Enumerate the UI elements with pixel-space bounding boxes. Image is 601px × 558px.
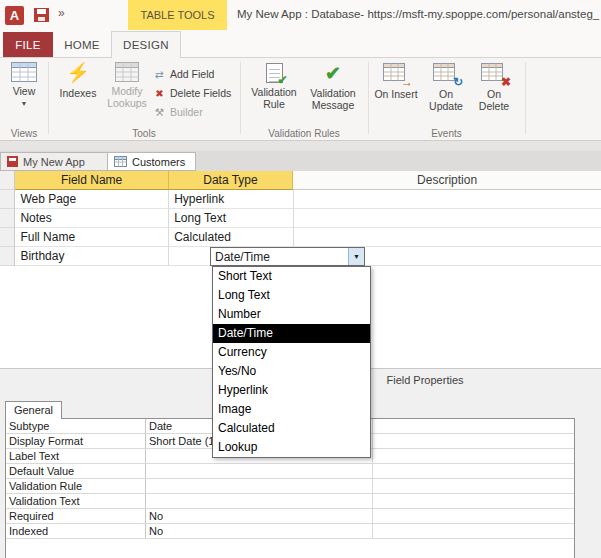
dropdown-item-short-text[interactable]: Short Text: [213, 267, 370, 286]
data-type-dropdown-list: Short Text Long Text Number Date/Time Cu…: [212, 266, 371, 458]
combobox-dropdown-button[interactable]: ▼: [348, 248, 364, 265]
modify-lookups-button[interactable]: Modify Lookups: [102, 62, 152, 128]
property-row-tail: [373, 509, 574, 523]
view-button-label: View: [13, 85, 36, 97]
on-update-button[interactable]: ↻ On Update: [422, 63, 470, 129]
on-insert-icon: →: [383, 63, 409, 85]
column-header-description: Description: [293, 171, 601, 190]
field-row: Web Page Hyperlink: [0, 190, 601, 209]
property-value[interactable]: No: [146, 509, 373, 523]
validation-message-label: Validation Message: [304, 87, 362, 111]
dropdown-item-yes-no[interactable]: Yes/No: [213, 362, 370, 381]
property-row-tail: [373, 419, 574, 433]
description-cell[interactable]: [294, 190, 601, 209]
tab-design[interactable]: DESIGN: [111, 31, 181, 58]
validation-rule-icon: ✔: [266, 63, 283, 83]
tab-file[interactable]: FILE: [3, 32, 53, 57]
property-name: Validation Text: [6, 494, 146, 508]
views-group-label: Views: [0, 128, 48, 139]
dropdown-item-lookup[interactable]: Lookup: [213, 438, 370, 457]
row-selector[interactable]: [0, 209, 15, 228]
indexes-button[interactable]: ⚡ Indexes: [56, 62, 100, 128]
dropdown-item-calculated[interactable]: Calculated: [213, 419, 370, 438]
validation-message-button[interactable]: ✔ Validation Message: [304, 63, 362, 129]
property-name: Label Text: [6, 449, 146, 463]
property-name: Indexed: [6, 524, 146, 538]
doc-tab-label: Customers: [132, 156, 185, 168]
dropdown-arrow-icon: ▼: [353, 253, 360, 260]
doc-tab-my-new-app[interactable]: My New App: [0, 152, 108, 171]
insert-arrow-icon: →: [401, 76, 413, 88]
property-value[interactable]: No: [146, 524, 373, 538]
property-row-tail: [373, 494, 574, 508]
on-delete-label: On Delete: [472, 88, 516, 112]
indexes-label: Indexes: [60, 87, 97, 99]
column-header-field-name: Field Name: [15, 171, 168, 190]
modify-lookups-icon: [115, 62, 139, 82]
dropdown-item-long-text[interactable]: Long Text: [213, 286, 370, 305]
on-delete-button[interactable]: ✖ On Delete: [472, 63, 516, 129]
ribbon-group-validation: ✔ Validation Rule ✔ Validation Message V…: [240, 58, 368, 140]
add-field-icon: ⇄: [152, 68, 167, 80]
events-group-label: Events: [368, 128, 525, 139]
description-cell[interactable]: [294, 228, 601, 247]
row-selector-corner[interactable]: [0, 171, 15, 190]
property-value[interactable]: [146, 464, 373, 478]
access-window: A » TABLE TOOLS My New App : Database- h…: [0, 0, 601, 558]
delete-fields-x-icon: ✖: [152, 88, 167, 99]
property-row-tail: [373, 449, 574, 463]
delete-fields-button[interactable]: ✖ Delete Fields: [152, 84, 238, 102]
add-field-button[interactable]: ⇄ Add Field: [152, 65, 238, 83]
field-name-cell[interactable]: Notes: [15, 209, 169, 228]
field-name-cell[interactable]: Birthday: [15, 247, 169, 266]
validation-rule-label: Validation Rule: [246, 86, 302, 110]
dropdown-item-number[interactable]: Number: [213, 305, 370, 324]
field-row: Full Name Calculated: [0, 228, 601, 247]
field-name-cell[interactable]: Full Name: [15, 228, 169, 247]
tab-home[interactable]: HOME: [53, 32, 111, 57]
property-name: Default Value: [6, 464, 146, 478]
table-tab-icon: [114, 156, 127, 167]
property-value[interactable]: [146, 494, 373, 508]
row-selector[interactable]: [0, 228, 15, 247]
view-button[interactable]: View ▼: [4, 62, 44, 128]
delete-fields-label: Delete Fields: [170, 87, 231, 99]
ribbon-group-events: → On Insert ↻ On Update ✖ On Delete Even…: [368, 58, 525, 140]
dropdown-item-hyperlink[interactable]: Hyperlink: [213, 381, 370, 400]
property-value[interactable]: [146, 479, 373, 493]
data-type-cell[interactable]: Long Text: [169, 209, 294, 228]
data-type-cell[interactable]: Hyperlink: [169, 190, 294, 209]
dropdown-item-currency[interactable]: Currency: [213, 343, 370, 362]
builder-button[interactable]: ⚒ Builder: [152, 103, 238, 121]
data-type-cell[interactable]: Calculated: [169, 228, 294, 247]
check-icon: ✔: [277, 74, 287, 86]
doc-tab-customers[interactable]: Customers: [108, 152, 196, 171]
on-update-label: On Update: [422, 88, 470, 112]
field-row: Notes Long Text: [0, 209, 601, 228]
grid-header-row: Field Name Data Type Description: [0, 171, 601, 190]
on-insert-label: On Insert: [374, 88, 417, 100]
validation-rule-button[interactable]: ✔ Validation Rule: [246, 63, 302, 129]
on-insert-button[interactable]: → On Insert: [374, 63, 418, 129]
property-name: Display Format: [6, 434, 146, 448]
dropdown-item-date-time-selected[interactable]: Date/Time: [213, 324, 370, 343]
data-type-combobox[interactable]: Date/Time ▼: [210, 247, 365, 266]
quick-access-chevron-icon[interactable]: »: [58, 6, 65, 20]
save-icon[interactable]: [34, 8, 49, 22]
chevron-down-icon: ▼: [21, 98, 28, 110]
ribbon-tab-row: FILE HOME DESIGN: [0, 30, 601, 57]
general-tab[interactable]: General: [5, 401, 62, 419]
validation-message-icon: ✔: [325, 63, 341, 84]
dropdown-item-image[interactable]: Image: [213, 400, 370, 419]
title-bar: A » TABLE TOOLS My New App : Database- h…: [0, 0, 601, 30]
indexes-lightning-icon: ⚡: [66, 62, 90, 84]
row-selector[interactable]: [0, 247, 15, 266]
description-cell[interactable]: [294, 209, 601, 228]
column-header-data-type: Data Type: [169, 171, 293, 190]
property-name: Validation Rule: [6, 479, 146, 493]
ribbon-group-views: View ▼ Views: [0, 58, 48, 140]
access-logo-icon[interactable]: A: [5, 6, 24, 25]
field-name-cell[interactable]: Web Page: [15, 190, 169, 209]
app-tab-icon: [7, 156, 18, 167]
row-selector[interactable]: [0, 190, 15, 209]
